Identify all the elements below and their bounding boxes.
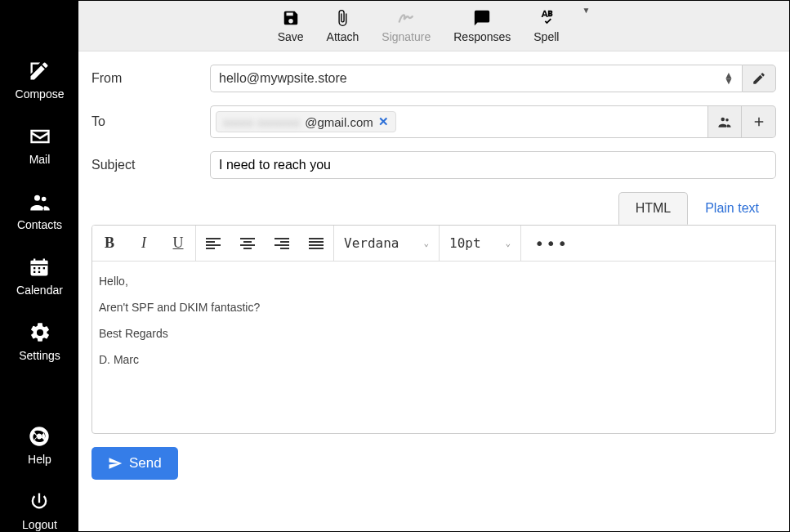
svg-rect-12 — [33, 271, 35, 273]
body-line: Best Regards — [99, 327, 769, 340]
attach-button[interactable]: Attach — [327, 9, 359, 43]
sidebar-item-calendar[interactable]: Calendar — [16, 256, 63, 297]
svg-point-1 — [34, 195, 40, 201]
svg-rect-11 — [43, 267, 45, 269]
help-icon — [28, 425, 51, 448]
align-justify-button[interactable] — [299, 226, 333, 262]
font-size-value: 10pt — [449, 235, 481, 251]
plus-icon — [752, 114, 766, 129]
from-select[interactable]: hello@mywpsite.store ▲▼ — [210, 65, 742, 92]
to-label: To — [91, 114, 210, 129]
spell-icon — [537, 9, 556, 27]
svg-rect-6 — [33, 259, 35, 263]
send-label: Send — [129, 455, 162, 472]
contacts-small-icon — [716, 114, 733, 129]
responses-icon — [472, 9, 492, 27]
svg-rect-7 — [43, 259, 45, 263]
compose-headers: From hello@mywpsite.store ▲▼ To — [78, 51, 789, 186]
responses-button[interactable]: Responses — [453, 9, 511, 43]
sidebar-label-calendar: Calendar — [16, 284, 63, 297]
align-left-button[interactable] — [196, 226, 230, 262]
font-size-select[interactable]: 10pt ⌄ — [440, 235, 520, 251]
svg-point-2 — [41, 197, 46, 202]
calendar-icon — [28, 256, 51, 279]
sidebar-item-settings[interactable]: Settings — [19, 321, 60, 362]
align-right-button[interactable] — [265, 226, 299, 262]
sidebar-label-logout: Logout — [22, 518, 57, 531]
pencil-icon — [752, 71, 766, 86]
responses-label: Responses — [453, 30, 511, 43]
save-button[interactable]: Save — [278, 9, 304, 43]
send-button[interactable]: Send — [91, 447, 178, 480]
add-recipient-field-button[interactable] — [742, 105, 776, 138]
edit-identities-button[interactable] — [742, 65, 776, 92]
body-line: D. Marc — [99, 353, 769, 366]
svg-rect-5 — [31, 261, 48, 265]
sidebar-item-contacts[interactable]: Contacts — [17, 190, 62, 231]
sidebar-item-help[interactable]: Help — [28, 425, 51, 466]
format-tabs-row: HTML Plain text — [78, 186, 789, 225]
editor-more-button[interactable]: ••• — [521, 226, 582, 261]
html-tab[interactable]: HTML — [618, 192, 689, 225]
gear-icon — [29, 321, 51, 344]
svg-rect-13 — [38, 271, 40, 273]
bold-button[interactable]: B — [92, 226, 127, 262]
attach-label: Attach — [327, 30, 359, 43]
svg-point-15 — [725, 118, 729, 122]
sidebar-label-mail: Mail — [29, 153, 51, 166]
recipient-blur: xxxxx xxxxxxx — [223, 115, 300, 129]
compose-toolbar: Save Attach Signature Responses — [78, 1, 789, 51]
attach-icon — [333, 9, 352, 27]
underline-button[interactable]: U — [161, 226, 195, 262]
sidebar-item-compose[interactable]: Compose — [16, 60, 65, 101]
signature-button[interactable]: Signature — [382, 9, 431, 43]
send-icon — [108, 456, 123, 471]
subject-label: Subject — [91, 158, 210, 172]
sidebar-item-mail[interactable]: Mail — [29, 125, 51, 166]
plain-text-tab[interactable]: Plain text — [688, 192, 776, 225]
body-line: Hello, — [99, 275, 769, 288]
select-chevrons-icon: ▲▼ — [724, 73, 734, 84]
sidebar-item-logout[interactable]: Logout — [22, 490, 57, 531]
from-value: hello@mywpsite.store — [219, 71, 724, 86]
signature-label: Signature — [382, 30, 431, 43]
mail-icon — [29, 125, 51, 148]
recipient-visible: @gmail.com — [305, 115, 373, 129]
sidebar: Compose Mail Contacts Calendar Settings — [1, 1, 78, 531]
italic-button[interactable]: I — [127, 226, 161, 262]
spell-button[interactable]: Spell — [533, 9, 559, 43]
signature-icon — [396, 9, 416, 27]
font-family-value: Verdana — [344, 235, 399, 251]
recipient-chip[interactable]: xxxxx xxxxxxx@gmail.com ✕ — [216, 111, 396, 132]
logout-icon — [28, 490, 51, 513]
from-label: From — [91, 71, 210, 86]
editor-toolbar: B I U — [92, 226, 775, 262]
sidebar-label-settings: Settings — [19, 349, 60, 362]
toolbar-more-dropdown[interactable]: ▼ — [582, 6, 590, 15]
sidebar-label-compose: Compose — [16, 87, 65, 101]
subject-input[interactable] — [219, 158, 767, 172]
font-family-select[interactable]: Verdana ⌄ — [334, 235, 439, 251]
svg-rect-10 — [38, 267, 40, 269]
editor-body[interactable]: Hello, Aren't SPF and DKIM fantastic? Be… — [92, 262, 775, 433]
compose-footer: Send — [78, 434, 789, 493]
svg-point-14 — [721, 118, 725, 122]
body-line: Aren't SPF and DKIM fantastic? — [99, 301, 769, 314]
main: Save Attach Signature Responses — [78, 1, 789, 531]
save-icon — [281, 9, 301, 27]
contacts-icon — [29, 190, 51, 213]
remove-recipient-icon[interactable]: ✕ — [378, 114, 389, 129]
sidebar-label-contacts: Contacts — [17, 218, 62, 231]
svg-rect-8 — [31, 265, 48, 266]
pick-contacts-button[interactable] — [707, 105, 742, 138]
compose-icon — [28, 60, 51, 83]
to-input[interactable]: xxxxx xxxxxxx@gmail.com ✕ — [210, 105, 707, 138]
save-label: Save — [278, 30, 304, 43]
sidebar-label-help: Help — [28, 453, 51, 466]
chevron-down-icon: ⌄ — [506, 238, 511, 248]
svg-rect-9 — [33, 267, 35, 269]
chevron-down-icon: ⌄ — [423, 238, 429, 248]
editor: B I U — [91, 225, 776, 434]
spell-label: Spell — [533, 30, 559, 43]
align-center-button[interactable] — [230, 226, 265, 262]
